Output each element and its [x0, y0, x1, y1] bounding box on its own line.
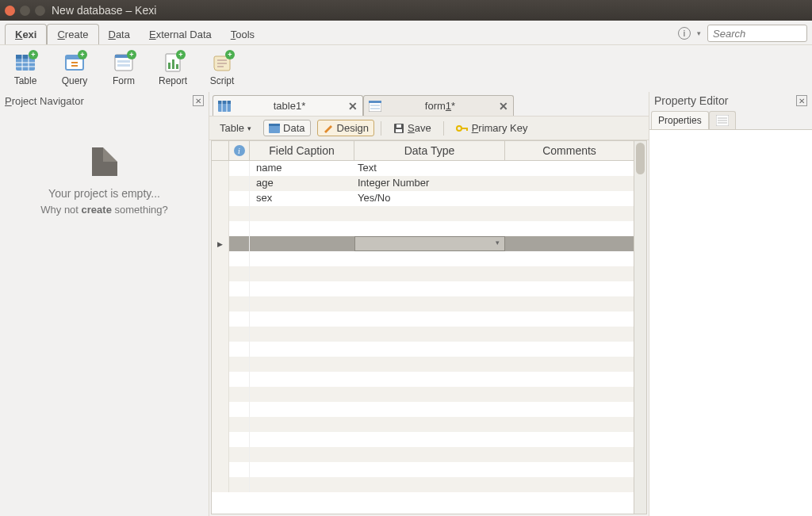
table-row[interactable] [212, 447, 634, 462]
toolbar-query-button[interactable]: + Query [57, 52, 92, 86]
table-row[interactable] [212, 432, 634, 447]
cell-comments[interactable] [505, 206, 634, 221]
cell-data-type[interactable] [354, 327, 505, 342]
table-row[interactable] [212, 342, 634, 357]
cell-data-type[interactable] [354, 206, 505, 221]
cell-comments[interactable] [505, 266, 634, 281]
primary-key-button[interactable]: Primary Key [450, 120, 534, 136]
cell-field-caption[interactable] [250, 221, 354, 236]
cell-comments[interactable] [505, 462, 634, 477]
properties-tab-secondary[interactable] [709, 111, 736, 129]
cell-field-caption[interactable] [250, 387, 354, 402]
row-header[interactable] [212, 281, 229, 296]
row-header[interactable] [212, 357, 229, 372]
cell-data-type[interactable] [354, 477, 505, 492]
table-row[interactable] [212, 387, 634, 402]
cell-field-caption[interactable] [250, 206, 354, 221]
row-header[interactable] [212, 266, 229, 281]
toolbar-report-button[interactable]: + Report [155, 52, 190, 86]
row-header[interactable] [212, 327, 229, 342]
cell-comments[interactable] [505, 251, 634, 266]
toolbar-script-button[interactable]: + Script [205, 52, 239, 86]
search-input[interactable] [707, 25, 807, 42]
vertical-scrollbar[interactable] [634, 141, 646, 514]
cell-field-caption[interactable]: name [250, 161, 354, 176]
row-header[interactable] [212, 251, 229, 266]
doc-tab-table1[interactable]: table1* ✕ [213, 95, 363, 116]
cell-field-caption[interactable] [250, 372, 354, 387]
row-header[interactable] [212, 462, 229, 477]
menu-tab-create[interactable]: Create [47, 24, 98, 44]
cell-comments[interactable] [505, 281, 634, 296]
cell-field-caption[interactable] [250, 251, 354, 266]
row-header[interactable] [212, 191, 229, 206]
menu-tab-external-data[interactable]: External Data [140, 25, 221, 44]
cell-field-caption[interactable] [250, 296, 354, 312]
table-row[interactable] [212, 462, 634, 477]
table-row[interactable] [212, 251, 634, 266]
data-view-button[interactable]: Data [263, 120, 310, 136]
properties-tab[interactable]: Properties [651, 111, 709, 129]
row-header[interactable] [212, 402, 229, 417]
cell-comments[interactable] [505, 372, 634, 387]
toolbar-table-button[interactable]: + Table [8, 52, 43, 86]
cell-comments[interactable] [505, 191, 634, 206]
cell-comments[interactable] [505, 312, 634, 327]
cell-data-type[interactable] [354, 417, 505, 432]
cell-data-type[interactable] [354, 312, 505, 327]
row-header[interactable] [212, 477, 229, 492]
cell-data-type[interactable]: Yes/No [354, 191, 505, 206]
cell-data-type[interactable] [354, 281, 505, 296]
navigator-close-button[interactable]: ✕ [193, 95, 204, 106]
window-minimize-icon[interactable] [20, 6, 30, 16]
col-comments[interactable]: Comments [505, 141, 634, 160]
table-row[interactable] [212, 372, 634, 387]
cell-field-caption[interactable] [250, 327, 354, 342]
table-row[interactable] [212, 206, 634, 221]
cell-data-type[interactable] [354, 372, 505, 387]
cell-field-caption[interactable] [250, 312, 354, 327]
table-row[interactable] [212, 281, 634, 296]
table-row[interactable]: ageInteger Number [212, 176, 634, 191]
info-icon[interactable]: i [678, 27, 691, 40]
cell-data-type[interactable] [354, 342, 505, 357]
cell-data-type[interactable] [354, 266, 505, 281]
save-button[interactable]: Save [388, 120, 437, 136]
cell-comments[interactable] [505, 342, 634, 357]
col-data-type[interactable]: Data Type [354, 141, 505, 160]
cell-comments[interactable] [505, 296, 634, 312]
row-header[interactable] [212, 447, 229, 462]
row-header[interactable] [212, 161, 229, 176]
table-row[interactable]: nameText [212, 161, 634, 176]
cell-field-caption[interactable] [250, 462, 354, 477]
cell-data-type[interactable] [354, 402, 505, 417]
cell-comments[interactable] [505, 327, 634, 342]
row-header[interactable] [212, 372, 229, 387]
cell-field-caption[interactable] [250, 281, 354, 296]
cell-data-type[interactable]: Integer Number [354, 176, 505, 191]
cell-data-type[interactable] [354, 251, 505, 266]
cell-comments[interactable] [505, 417, 634, 432]
cell-comments[interactable] [505, 176, 634, 191]
cell-comments[interactable] [505, 477, 634, 492]
table-row[interactable] [212, 417, 634, 432]
cell-comments[interactable] [505, 236, 634, 251]
doc-tab-form1[interactable]: form1* ✕ [363, 95, 514, 116]
cell-data-type[interactable] [354, 296, 505, 312]
table-row[interactable] [212, 327, 634, 342]
cell-field-caption[interactable]: sex [250, 191, 354, 206]
table-row[interactable] [212, 357, 634, 372]
table-row[interactable] [212, 402, 634, 417]
row-header[interactable] [212, 342, 229, 357]
cell-field-caption[interactable]: age [250, 176, 354, 191]
cell-data-type[interactable] [354, 462, 505, 477]
cell-data-type[interactable]: Text [354, 161, 505, 176]
cell-comments[interactable] [505, 402, 634, 417]
row-header[interactable] [212, 387, 229, 402]
cell-data-type[interactable] [354, 236, 505, 251]
property-editor-close-button[interactable]: ✕ [796, 95, 807, 106]
window-close-icon[interactable] [5, 6, 15, 16]
col-field-caption[interactable]: Field Caption [250, 141, 354, 160]
row-header[interactable] [212, 176, 229, 191]
cell-field-caption[interactable] [250, 236, 354, 251]
